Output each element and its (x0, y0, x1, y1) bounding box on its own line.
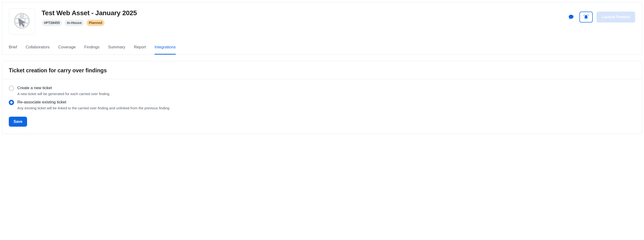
tab-findings[interactable]: Findings (84, 45, 100, 54)
comments-button[interactable] (566, 12, 576, 22)
pentest-status-chip: Planned (86, 20, 104, 26)
radio-option-create-new[interactable]: Create a new ticket A new ticket will be… (9, 85, 635, 96)
launch-pentest-button[interactable]: Launch Pentest (596, 12, 635, 22)
radio-indicator (9, 100, 14, 105)
tab-brief[interactable]: Brief (9, 45, 17, 54)
notifications-button[interactable] (580, 12, 593, 22)
save-button[interactable]: Save (9, 117, 27, 127)
carry-over-settings-card: Ticket creation for carry over findings … (2, 61, 642, 134)
radio-option-reassociate[interactable]: Re-associate existing ticket Any existin… (9, 100, 635, 111)
page-title: Test Web Asset - January 2025 (42, 9, 560, 17)
ticket-creation-radio-group: Create a new ticket A new ticket will be… (9, 85, 635, 111)
radio-description: A new ticket will be generated for each … (17, 91, 110, 96)
section-heading: Ticket creation for carry over findings (2, 61, 642, 79)
tab-collaborators[interactable]: Collaborators (26, 45, 50, 54)
comment-icon (568, 14, 574, 20)
radio-description: Any existing ticket will be linked to th… (17, 106, 169, 111)
web-asset-icon (12, 12, 31, 31)
radio-indicator (9, 86, 14, 91)
pentest-type-chip: In-House (64, 20, 84, 26)
tab-report[interactable]: Report (134, 45, 146, 54)
tab-coverage[interactable]: Coverage (58, 45, 76, 54)
pentest-header-card: Test Web Asset - January 2025 #PT28455 I… (2, 2, 642, 55)
pentest-id-chip: #PT28455 (42, 20, 62, 26)
tabs: Brief Collaborators Coverage Findings Su… (9, 45, 635, 54)
bell-alert-icon (584, 14, 589, 20)
radio-label: Create a new ticket (17, 85, 110, 91)
asset-icon-box (9, 8, 35, 34)
tab-integrations[interactable]: Integrations (154, 45, 176, 54)
radio-label: Re-associate existing ticket (17, 100, 169, 105)
tab-summary[interactable]: Summary (108, 45, 126, 54)
